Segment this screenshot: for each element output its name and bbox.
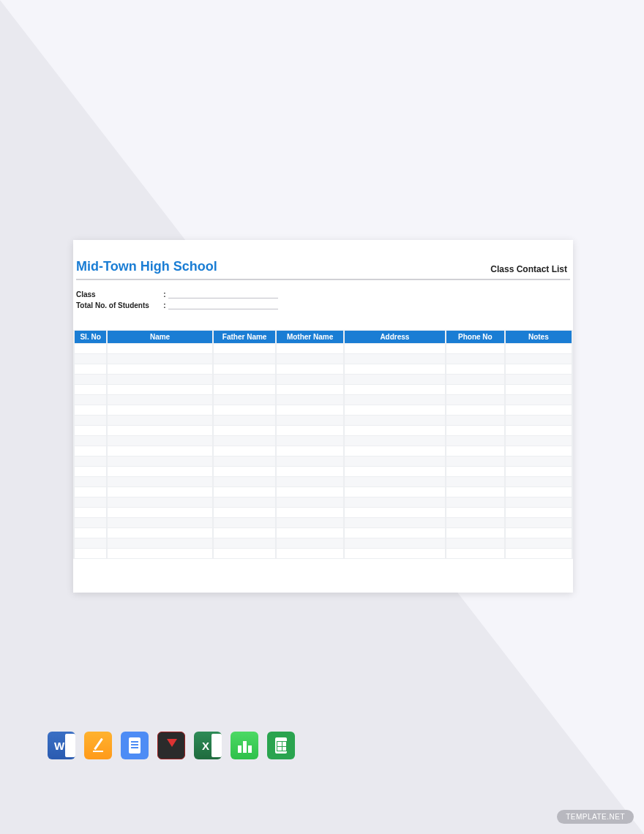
table-cell [345,395,445,405]
table-row [75,375,572,384]
table-cell [506,528,572,538]
table-cell [75,375,106,384]
table-cell [345,487,445,497]
table-cell [277,344,342,353]
table-cell [506,518,572,527]
table-cell [506,497,572,507]
table-cell [345,457,445,466]
table-cell [277,457,342,466]
table-cell [345,508,445,517]
table-cell [108,426,212,435]
table-cell [108,395,212,405]
table-cell [506,375,572,384]
table-cell [75,457,106,466]
th-address: Address [345,331,445,343]
table-cell [446,416,504,425]
template-document: Mid-Town High School Class Contact List … [73,240,573,593]
table-row [75,508,572,517]
table-cell [277,528,342,538]
table-cell [506,385,572,394]
table-cell [345,477,445,487]
table-cell [446,457,504,466]
table-cell [108,385,212,394]
table-cell [214,457,276,466]
table-cell [75,477,106,487]
field-class-label: Class [76,290,161,298]
table-cell [446,497,504,507]
table-cell [446,375,504,384]
header-rule [76,279,570,280]
table-header-row: Sl. No Name Father Name Mother Name Addr… [75,331,572,343]
table-cell [345,385,445,394]
table-cell [506,405,572,415]
table-cell [506,457,572,466]
table-cell [214,518,276,527]
table-cell [75,538,106,548]
table-cell [75,426,106,435]
th-notes: Notes [506,331,572,343]
table-cell [277,436,342,446]
table-cell [108,416,212,425]
th-name: Name [108,331,212,343]
table-cell [214,508,276,517]
school-title: Mid-Town High School [73,259,217,274]
table-row [75,518,572,527]
table-cell [75,549,106,558]
table-cell [345,416,445,425]
table-cell [277,385,342,394]
document-header: Mid-Town High School Class Contact List [73,259,573,274]
table-cell [75,385,106,394]
table-cell [214,416,276,425]
table-cell [277,354,342,364]
table-row [75,395,572,405]
table-row [75,405,572,415]
table-cell [446,364,504,374]
table-row [75,416,572,425]
table-row [75,385,572,394]
table-cell [108,518,212,527]
table-cell [506,487,572,497]
table-cell [345,497,445,507]
table-row [75,549,572,558]
table-cell [75,446,106,456]
table-cell [506,436,572,446]
table-cell [75,508,106,517]
table-cell [506,549,572,558]
watermark-brand: TEMPLATE [566,813,607,821]
google-docs-icon [121,732,149,759]
table-cell [345,405,445,415]
field-class: Class : [73,290,573,298]
table-row [75,487,572,497]
table-cell [345,538,445,548]
table-cell [214,446,276,456]
table-cell [446,508,504,517]
table-cell [345,518,445,527]
table-cell [277,538,342,548]
table-cell [277,487,342,497]
table-cell [75,528,106,538]
watermark-suffix: .NET [607,813,625,821]
table-cell [506,467,572,476]
table-cell [446,436,504,446]
table-cell [214,538,276,548]
table-cell [506,426,572,435]
th-phone: Phone No [446,331,504,343]
table-cell [345,364,445,374]
table-cell [108,508,212,517]
table-cell [214,497,276,507]
table-cell [75,395,106,405]
table-cell [277,405,342,415]
table-cell [108,477,212,487]
table-cell [75,436,106,446]
excel-icon: X [194,732,222,759]
table-cell [214,467,276,476]
table-cell [75,354,106,364]
file-format-icons: W X [48,732,295,759]
table-cell [277,497,342,507]
table-row [75,467,572,476]
table-cell [214,436,276,446]
table-cell [446,487,504,497]
table-cell [277,375,342,384]
table-cell [214,405,276,415]
table-cell [446,344,504,353]
